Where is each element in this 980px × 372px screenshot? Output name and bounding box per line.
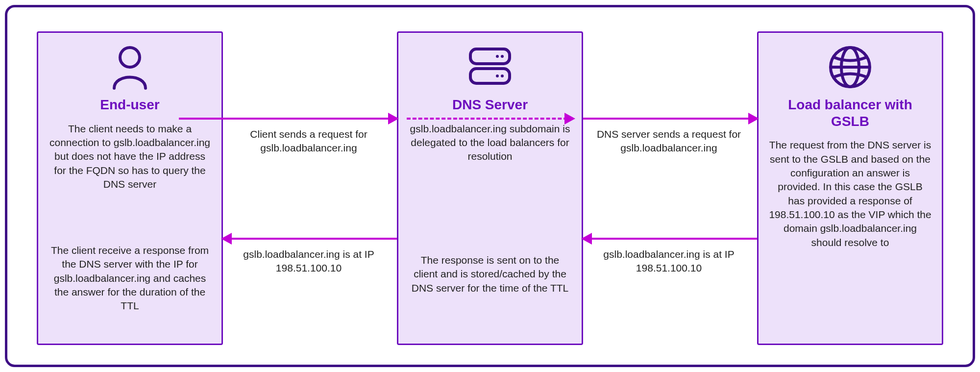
box-dns-server: DNS Server gslb.loadbalancer.ing subdoma… xyxy=(397,31,583,345)
box-load-balancer: Load balancer with GSLB The request from… xyxy=(757,31,943,345)
arrow-dns-to-lb xyxy=(583,118,757,120)
arrow-dns-passthrough xyxy=(407,118,573,120)
svg-point-0 xyxy=(120,48,140,67)
server-icon xyxy=(408,43,572,92)
label-dns-to-client: gslb.loadbalancer.ing is at IP 198.51.10… xyxy=(230,248,387,275)
box-dns-desc1: gslb.loadbalancer.ing subdomain is deleg… xyxy=(408,122,572,164)
svg-point-6 xyxy=(501,74,504,77)
svg-point-3 xyxy=(496,55,499,58)
box-dns-desc2: The response is sent on to the client an… xyxy=(408,253,572,295)
label-lb-to-dns: gslb.loadbalancer.ing is at IP 198.51.10… xyxy=(590,248,747,275)
svg-point-4 xyxy=(501,55,504,58)
arrow-lb-to-dns xyxy=(583,238,757,240)
globe-icon xyxy=(768,43,932,92)
box-end-user: End-user The client needs to make a conn… xyxy=(37,31,223,345)
box-dns-title: DNS Server xyxy=(408,97,572,113)
box-lb-desc1: The request from the DNS server is sent … xyxy=(768,138,932,249)
box-end-user-desc1: The client needs to make a connection to… xyxy=(48,122,212,192)
box-end-user-title: End-user xyxy=(48,97,212,113)
arrow-client-to-dns xyxy=(179,118,397,120)
box-lb-title: Load balancer with GSLB xyxy=(768,97,932,129)
svg-point-5 xyxy=(496,74,499,77)
box-end-user-desc2: The client receive a response from the D… xyxy=(48,244,212,313)
label-dns-to-lb: DNS server sends a request for gslb.load… xyxy=(590,127,747,155)
arrow-dns-to-client xyxy=(223,238,397,240)
label-client-to-dns: Client sends a request for gslb.loadbala… xyxy=(230,127,387,155)
user-icon xyxy=(48,43,212,92)
diagram-frame: End-user The client needs to make a conn… xyxy=(5,5,975,367)
